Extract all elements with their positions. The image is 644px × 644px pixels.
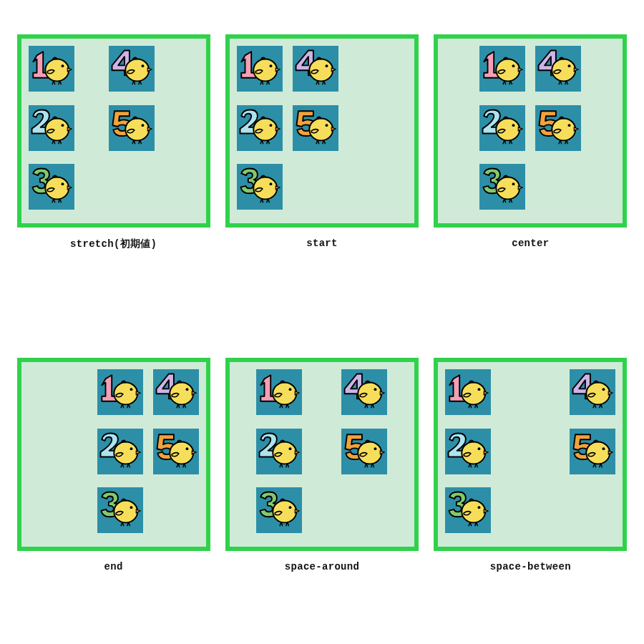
grid-item-4 — [109, 46, 155, 92]
caption: space-around — [285, 561, 359, 572]
caption: start — [306, 238, 338, 249]
example-stretch: stretch(初期値) — [16, 34, 211, 293]
grid-item-3 — [479, 164, 525, 210]
grid-item-4 — [570, 369, 615, 415]
grid-item-1 — [445, 369, 491, 415]
example-start: start — [224, 34, 419, 293]
grid-item-5 — [570, 429, 615, 474]
grid-item-5 — [341, 429, 387, 474]
grid-item-4 — [293, 46, 338, 92]
grid-box — [434, 358, 627, 551]
grid-item-1 — [256, 369, 302, 415]
caption: space-between — [490, 561, 571, 572]
grid-item-4 — [535, 46, 581, 92]
grid-box — [17, 358, 210, 551]
grid-box — [225, 358, 419, 551]
example-center: center — [433, 34, 628, 293]
grid-item-2 — [445, 429, 491, 474]
grid-item-2 — [237, 105, 283, 151]
grid-item-4 — [341, 369, 387, 415]
grid-item-3 — [237, 164, 283, 210]
grid-item-1 — [479, 46, 525, 92]
caption: center — [512, 238, 549, 249]
grid-item-2 — [29, 105, 74, 151]
grid-item-1 — [237, 46, 283, 92]
grid-item-1 — [29, 46, 74, 92]
grid-item-4 — [153, 369, 199, 415]
grid-item-2 — [479, 105, 525, 151]
caption: end — [104, 561, 123, 572]
grid-item-1 — [97, 369, 143, 415]
example-end: end — [16, 358, 211, 615]
grid-item-2 — [256, 429, 302, 474]
example-space-around: space-around — [224, 358, 419, 615]
grid-box — [225, 34, 419, 228]
justify-content-diagram: stretch(初期値) start — [0, 0, 644, 644]
grid-item-5 — [153, 429, 199, 474]
grid-item-5 — [293, 105, 338, 151]
grid-item-5 — [535, 105, 581, 151]
grid-box — [17, 34, 210, 228]
grid-item-3 — [29, 164, 74, 210]
example-space-between: space-between — [433, 358, 628, 615]
caption: stretch(初期値) — [70, 238, 157, 250]
grid-item-3 — [97, 487, 143, 533]
grid-item-3 — [445, 487, 491, 533]
grid-box — [434, 34, 627, 228]
grid-item-2 — [97, 429, 143, 474]
grid-item-3 — [256, 487, 302, 533]
grid-item-5 — [109, 105, 155, 151]
